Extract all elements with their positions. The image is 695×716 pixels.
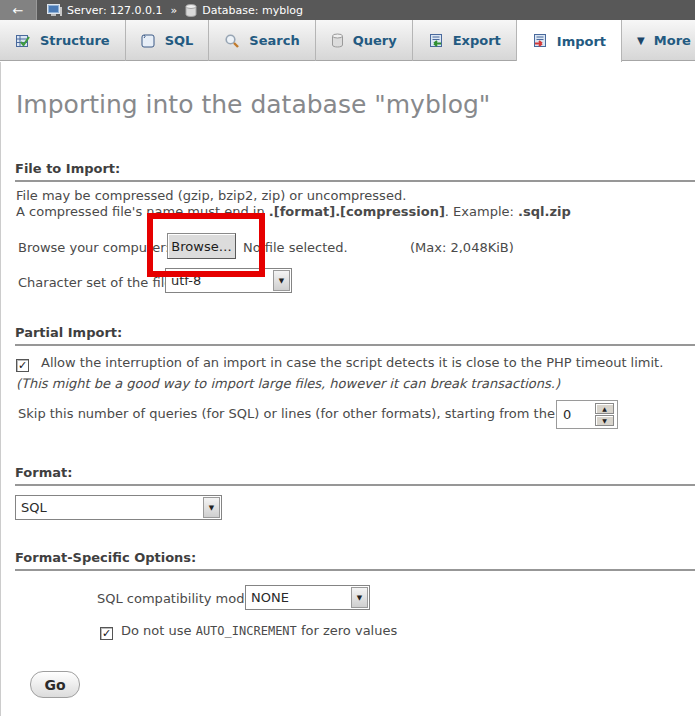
go-button[interactable]: Go: [30, 671, 80, 698]
dropdown-arrow-icon[interactable]: ▼: [203, 497, 220, 518]
partial-section-heading: Partial Import:: [15, 325, 695, 346]
tab-query[interactable]: Query: [316, 20, 413, 61]
chevron-down-icon: ▼: [637, 35, 645, 46]
tab-query-label: Query: [353, 33, 397, 48]
tab-structure-label: Structure: [40, 33, 110, 48]
stepper-buttons: ▲ ▼: [595, 403, 614, 426]
tab-sql-label: SQL: [165, 33, 194, 48]
tab-sql[interactable]: SQL: [126, 20, 210, 61]
breadcrumb-database-link[interactable]: Database: myblog: [202, 4, 303, 17]
max-size-label: (Max: 2,048KiB): [410, 240, 514, 255]
sql-compatibility-label: SQL compatibility mode:: [97, 591, 257, 606]
query-icon: [331, 33, 344, 48]
structure-icon: [15, 33, 31, 49]
filename-format-pattern: .[format].[compression]: [269, 204, 445, 219]
filename-example: .sql.zip: [518, 204, 571, 219]
search-icon: [224, 33, 240, 49]
tab-import[interactable]: Import: [517, 20, 622, 62]
format-select[interactable]: SQL ▼: [15, 495, 222, 520]
dropdown-arrow-icon[interactable]: ▼: [273, 270, 290, 291]
tab-export[interactable]: Export: [413, 20, 517, 61]
zero-values-suffix: for zero values: [297, 623, 397, 638]
sql-compatibility-select[interactable]: NONE ▼: [245, 585, 370, 610]
back-button[interactable]: ←: [0, 0, 37, 20]
charset-label: Character set of the file:: [18, 275, 177, 290]
skip-queries-value[interactable]: 0: [557, 407, 595, 422]
highlight-box: [147, 213, 265, 277]
page-title: Importing into the database "myblog": [16, 90, 490, 119]
file-section-heading: File to Import:: [15, 161, 695, 182]
allow-interrupt-checkbox[interactable]: ✓: [16, 359, 29, 372]
breadcrumb-separator: »: [171, 4, 178, 17]
tab-export-label: Export: [453, 33, 501, 48]
back-arrow-icon: ←: [13, 3, 24, 18]
tab-bar: Structure SQL Search Query Export: [0, 20, 695, 61]
tab-more-label: More: [654, 33, 691, 48]
export-icon: [428, 33, 444, 49]
breadcrumb-bar: ← Server: 127.0.0.1 » Database: myblog: [0, 0, 695, 20]
breadcrumb: Server: 127.0.0.1 » Database: myblog: [47, 4, 303, 17]
dropdown-arrow-icon[interactable]: ▼: [351, 587, 368, 608]
skip-queries-stepper[interactable]: 0 ▲ ▼: [556, 400, 618, 429]
allow-interrupt-label: Allow the interruption of an import in c…: [41, 355, 663, 370]
tab-import-label: Import: [557, 34, 606, 49]
partial-import-option: ✓Allow the interruption of an import in …: [16, 352, 682, 394]
auto-increment-checkbox[interactable]: ✓: [100, 627, 113, 640]
sql-icon: [141, 33, 156, 49]
options-section-heading: Format-Specific Options:: [15, 550, 695, 571]
tab-structure[interactable]: Structure: [0, 20, 126, 61]
allow-interrupt-note: (This might be a good way to import larg…: [16, 376, 560, 391]
stepper-down-icon[interactable]: ▼: [595, 415, 614, 426]
compression-info-line: File may be compressed (gzip, bzip2, zip…: [16, 188, 406, 203]
server-icon: [47, 4, 62, 17]
filename-info-line: A compressed file's name must end in .[f…: [16, 204, 571, 219]
format-section-heading: Format:: [15, 465, 695, 486]
breadcrumb-server-link[interactable]: Server: 127.0.0.1: [67, 4, 163, 17]
sql-compatibility-value: NONE: [246, 590, 351, 605]
tab-search-label: Search: [249, 33, 299, 48]
zero-values-prefix: Do not use: [121, 623, 196, 638]
frame-border: [0, 62, 1, 716]
skip-queries-label: Skip this number of queries (for SQL) or…: [18, 406, 617, 421]
zero-values-option: ✓Do not use AUTO_INCREMENT for zero valu…: [100, 623, 397, 640]
phpmyadmin-import-page: ← Server: 127.0.0.1 » Database: myblog S…: [0, 0, 695, 716]
auto-increment-code: AUTO_INCREMENT: [196, 624, 297, 638]
tab-more[interactable]: ▼ More: [622, 20, 695, 61]
tab-search[interactable]: Search: [209, 20, 315, 61]
database-icon: [185, 4, 197, 17]
stepper-up-icon[interactable]: ▲: [595, 403, 614, 414]
filename-info-mid: . Example:: [445, 204, 518, 219]
format-selected-value: SQL: [16, 500, 203, 515]
import-icon: [532, 33, 548, 49]
